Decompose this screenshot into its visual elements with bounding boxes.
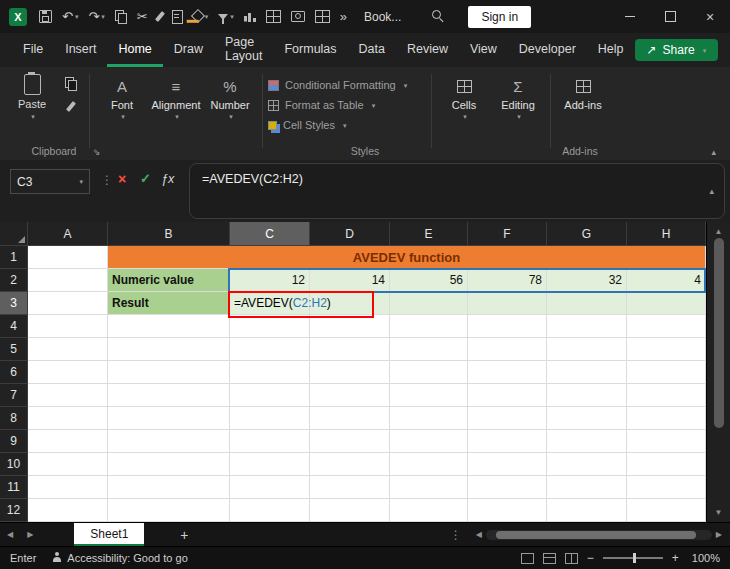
scroll-up-icon[interactable]: ▲ bbox=[715, 222, 723, 238]
cell-C12[interactable] bbox=[230, 499, 310, 522]
vertical-scroll-thumb[interactable] bbox=[714, 238, 724, 428]
cell-A10[interactable] bbox=[28, 453, 108, 476]
tab-view[interactable]: View bbox=[459, 33, 508, 67]
cell-C2[interactable]: 12 bbox=[230, 269, 310, 292]
cell-D10[interactable] bbox=[310, 453, 390, 476]
tab-review[interactable]: Review bbox=[396, 33, 459, 67]
cell-A8[interactable] bbox=[28, 407, 108, 430]
camera-button[interactable] bbox=[286, 0, 310, 33]
row-header-5[interactable]: 5 bbox=[0, 338, 28, 361]
cell-A5[interactable] bbox=[28, 338, 108, 361]
cell-G2[interactable]: 32 bbox=[547, 269, 627, 292]
row-header-2[interactable]: 2 bbox=[0, 269, 28, 292]
cell-D7[interactable] bbox=[310, 384, 390, 407]
row-header-1[interactable]: 1 bbox=[0, 246, 28, 269]
row-header-11[interactable]: 11 bbox=[0, 476, 28, 499]
cell-C8[interactable] bbox=[230, 407, 310, 430]
cell-H7[interactable] bbox=[627, 384, 706, 407]
share-button[interactable]: ↗ Share ▾ bbox=[635, 39, 719, 61]
cell-D8[interactable] bbox=[310, 407, 390, 430]
tab-developer[interactable]: Developer bbox=[508, 33, 587, 67]
name-box[interactable]: C3 ▾ bbox=[10, 169, 90, 194]
cell-B3[interactable]: Result bbox=[108, 292, 230, 315]
cell-A9[interactable] bbox=[28, 430, 108, 453]
cell-styles-button[interactable]: Cell Styles ▾ bbox=[268, 119, 426, 131]
fill-color-button[interactable]: ▾ bbox=[188, 0, 214, 33]
horizontal-scroll-thumb[interactable] bbox=[496, 531, 696, 539]
column-header-A[interactable]: A bbox=[28, 222, 108, 246]
add-ins-button[interactable]: Add-ins bbox=[556, 74, 610, 111]
cell-D12[interactable] bbox=[310, 499, 390, 522]
cell-C4[interactable] bbox=[230, 315, 310, 338]
cell-F12[interactable] bbox=[468, 499, 547, 522]
cell-H2[interactable]: 4 bbox=[627, 269, 706, 292]
cell-H4[interactable] bbox=[627, 315, 706, 338]
cut-button[interactable]: ✂ bbox=[132, 0, 153, 33]
tab-insert[interactable]: Insert bbox=[54, 33, 107, 67]
collapse-ribbon-icon[interactable]: ▴ bbox=[711, 147, 716, 157]
cell-B6[interactable] bbox=[108, 361, 230, 384]
cell-F11[interactable] bbox=[468, 476, 547, 499]
insert-cells-button[interactable] bbox=[261, 0, 286, 33]
cell-B11[interactable] bbox=[108, 476, 230, 499]
horizontal-scrollbar[interactable]: ◀ ▶ bbox=[472, 530, 726, 540]
maximize-button[interactable] bbox=[650, 0, 690, 33]
normal-view-icon[interactable] bbox=[521, 553, 534, 564]
column-header-C[interactable]: C bbox=[230, 222, 310, 246]
column-header-G[interactable]: G bbox=[547, 222, 627, 246]
cell-H10[interactable] bbox=[627, 453, 706, 476]
search-button[interactable] bbox=[427, 0, 450, 33]
tab-data[interactable]: Data bbox=[348, 33, 396, 67]
cancel-button[interactable]: × bbox=[118, 171, 126, 187]
cell-G8[interactable] bbox=[547, 407, 627, 430]
tab-formulas[interactable]: Formulas bbox=[273, 33, 347, 67]
cell-E8[interactable] bbox=[390, 407, 468, 430]
alignment-group-button[interactable]: ≡ Alignment ▾ bbox=[149, 74, 203, 120]
row-header-3[interactable]: 3 bbox=[0, 292, 28, 315]
cell-B12[interactable] bbox=[108, 499, 230, 522]
cell-C6[interactable] bbox=[230, 361, 310, 384]
chart-button[interactable] bbox=[239, 0, 261, 33]
cell-H3[interactable] bbox=[627, 292, 706, 315]
cell-G12[interactable] bbox=[547, 499, 627, 522]
cell-A6[interactable] bbox=[28, 361, 108, 384]
sort-filter-button[interactable]: ▾ bbox=[213, 0, 239, 33]
tab-file[interactable]: File bbox=[12, 33, 54, 67]
cell-F7[interactable] bbox=[468, 384, 547, 407]
cell-B5[interactable] bbox=[108, 338, 230, 361]
cell-E5[interactable] bbox=[390, 338, 468, 361]
minimize-button[interactable] bbox=[610, 0, 650, 33]
column-header-F[interactable]: F bbox=[468, 222, 547, 246]
cell-H8[interactable] bbox=[627, 407, 706, 430]
cell-A1[interactable] bbox=[28, 246, 108, 269]
print-button[interactable] bbox=[167, 0, 188, 33]
column-header-D[interactable]: D bbox=[310, 222, 390, 246]
cell-D4[interactable] bbox=[310, 315, 390, 338]
scroll-right-icon[interactable]: ▶ bbox=[712, 530, 726, 539]
cell-H12[interactable] bbox=[627, 499, 706, 522]
column-header-E[interactable]: E bbox=[390, 222, 468, 246]
undo-button[interactable]: ↶▾ bbox=[57, 0, 83, 33]
cell-E3[interactable] bbox=[390, 292, 468, 315]
cells-group-button[interactable]: Cells ▾ bbox=[437, 74, 491, 120]
cell-G3[interactable] bbox=[547, 292, 627, 315]
cell-E9[interactable] bbox=[390, 430, 468, 453]
scroll-down-icon[interactable]: ▼ bbox=[715, 506, 723, 522]
zoom-out-button[interactable]: − bbox=[587, 551, 594, 565]
cell-E10[interactable] bbox=[390, 453, 468, 476]
format-painter-button[interactable] bbox=[153, 0, 167, 33]
formula-input[interactable]: =AVEDEV(C2:H2) ▴ bbox=[189, 163, 725, 219]
cell-G4[interactable] bbox=[547, 315, 627, 338]
cell-D5[interactable] bbox=[310, 338, 390, 361]
cell-C11[interactable] bbox=[230, 476, 310, 499]
cell-A4[interactable] bbox=[28, 315, 108, 338]
page-break-view-icon[interactable] bbox=[565, 553, 578, 564]
cell-D6[interactable] bbox=[310, 361, 390, 384]
cell-title-B1-H1[interactable]: AVEDEV function bbox=[108, 246, 706, 269]
add-sheet-button[interactable]: + bbox=[180, 527, 188, 543]
cell-E11[interactable] bbox=[390, 476, 468, 499]
font-group-button[interactable]: A Font ▾ bbox=[95, 74, 149, 120]
cell-A3[interactable] bbox=[28, 292, 108, 315]
cell-C3-editing[interactable]: =AVEDEV(C2:H2) bbox=[230, 292, 310, 315]
scroll-left-icon[interactable]: ◀ bbox=[472, 530, 486, 539]
